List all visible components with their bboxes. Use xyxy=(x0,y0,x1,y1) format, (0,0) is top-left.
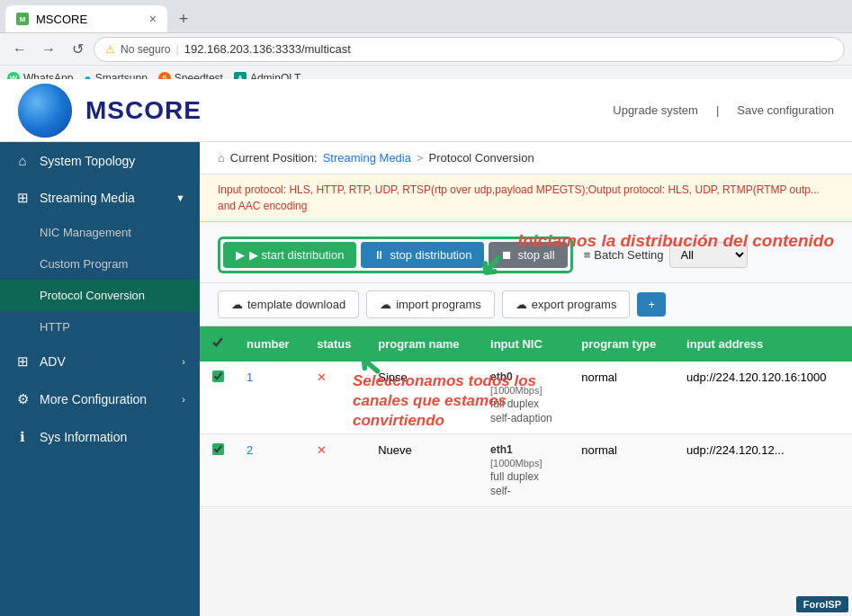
sidebar-sub-custom-program[interactable]: Custom Program xyxy=(0,248,200,280)
sidebar-item-adv[interactable]: ⊞ ADV › xyxy=(0,343,200,380)
sidebar-item-system-topology[interactable]: ⌂ System Topology xyxy=(0,142,200,179)
table-header-input-nic: input NIC xyxy=(480,326,570,362)
row2-input-address: udp://224.120.12... xyxy=(676,434,852,507)
table-header-status: status xyxy=(306,326,367,362)
row1-nic: eth0 [1000Mbps] full duplex self-adaptio… xyxy=(480,362,570,434)
url-text: 192.168.203.136:3333/multicast xyxy=(184,42,351,56)
forward-button[interactable]: → xyxy=(36,37,61,62)
protocol-info-text: Input protocol: HLS, HTTP, RTP, UDP, RTS… xyxy=(218,183,820,212)
app-logo xyxy=(18,84,72,138)
info-icon: ℹ xyxy=(14,429,31,445)
tab-title: MSCORE xyxy=(36,13,142,26)
template-download-button[interactable]: ☁ template download xyxy=(218,290,359,318)
gear-icon: ⚙ xyxy=(14,391,31,407)
breadcrumb-home-icon: ⌂ xyxy=(218,151,225,165)
address-bar[interactable]: ⚠ No seguro | 192.168.203.136:3333/multi… xyxy=(94,37,845,62)
address-separator: | xyxy=(175,42,178,56)
home-icon: ⌂ xyxy=(14,153,31,168)
batch-section: ≡ Batch Setting All None Reverse xyxy=(584,242,748,268)
table-row: 2 ✕ Nueve eth1 [1000Mbps] full duplex xyxy=(200,434,852,507)
active-tab[interactable]: M MSCORE × xyxy=(5,5,167,32)
breadcrumb-separator: > xyxy=(417,151,424,165)
play-icon: ▶ xyxy=(236,248,245,262)
row2-checkbox-cell xyxy=(200,434,236,507)
sidebar-sub-http-label: HTTP xyxy=(40,320,70,334)
page-content: ⌂ Current Position: Streaming Media > Pr… xyxy=(200,142,852,616)
app-header: MSCORE Upgrade system | Save configurati… xyxy=(0,79,852,142)
row2-checkbox[interactable] xyxy=(212,443,224,455)
row1-program-type: normal xyxy=(570,362,676,434)
import-programs-button[interactable]: ☁ import programs xyxy=(366,290,495,318)
batch-setting-label: ≡ Batch Setting xyxy=(584,248,664,262)
table-container: Seleccionamos todos loscanales que estam… xyxy=(200,326,852,507)
header-actions: Upgrade system | Save configuration xyxy=(613,103,834,117)
table-header-input-address: input address xyxy=(676,326,852,362)
back-button[interactable]: ← xyxy=(7,37,32,62)
table-header-program-name: program name xyxy=(367,326,480,362)
row1-program-name: Sipse xyxy=(367,362,480,434)
export-icon: ☁ xyxy=(516,298,527,311)
sidebar-item-more-config-label: More Configuration xyxy=(40,392,147,406)
row1-number-link[interactable]: 1 xyxy=(247,370,253,384)
sidebar-sub-protocol-label: Protocol Conversion xyxy=(40,289,145,302)
row2-nic: eth1 [1000Mbps] full duplex self- xyxy=(480,434,570,507)
adv-icon: ⊞ xyxy=(14,353,31,370)
sidebar-item-sys-info-label: Sys Information xyxy=(40,430,127,444)
plus-icon: + xyxy=(648,298,655,311)
reload-button[interactable]: ↺ xyxy=(65,37,90,62)
row2-number-link[interactable]: 2 xyxy=(247,443,253,457)
export-programs-button[interactable]: ☁ export programs xyxy=(502,290,631,318)
save-configuration-link[interactable]: Save configuration xyxy=(737,103,834,117)
sidebar-sub-nic-label: NIC Management xyxy=(40,226,131,239)
table-header-program-type: program type xyxy=(570,326,676,362)
breadcrumb: ⌂ Current Position: Streaming Media > Pr… xyxy=(200,142,852,174)
table-row: 1 ✕ Sipse eth0 [1000Mbps] full duplex xyxy=(200,362,852,434)
upgrade-system-link[interactable]: Upgrade system xyxy=(613,103,698,117)
chevron-right-icon-adv: › xyxy=(182,356,185,367)
header-divider: | xyxy=(716,103,719,117)
sidebar-item-streaming-media[interactable]: ⊞ Streaming Media ▼ xyxy=(0,179,200,217)
row2-number: 2 xyxy=(236,434,306,507)
batch-setting-select[interactable]: All None Reverse xyxy=(669,242,748,268)
toolbar2: ☁ template download ☁ import programs ☁ … xyxy=(200,283,852,326)
row1-checkbox-cell xyxy=(200,362,236,434)
stop-icon: ⏹ xyxy=(501,248,513,262)
download-icon: ☁ xyxy=(231,298,243,311)
row1-checkbox[interactable] xyxy=(212,370,224,382)
grid-icon: ⊞ xyxy=(14,190,31,206)
breadcrumb-streaming-link[interactable]: Streaming Media xyxy=(323,151,411,165)
table-header-checkbox xyxy=(200,326,236,362)
sidebar-sub-protocol-conversion[interactable]: Protocol Conversion xyxy=(0,280,200,311)
row2-program-name: Nueve xyxy=(367,434,480,507)
protocol-info: Input protocol: HLS, HTTP, RTP, UDP, RTS… xyxy=(200,174,852,222)
start-distribution-button[interactable]: ▶ ▶ start distribution xyxy=(223,242,356,268)
row1-input-address: udp://224.120.120.16:1000 xyxy=(676,362,852,434)
add-button[interactable]: + xyxy=(637,292,666,317)
select-all-checkbox[interactable] xyxy=(211,335,225,350)
tab-close-button[interactable]: × xyxy=(149,12,157,26)
row2-program-type: normal xyxy=(570,434,676,507)
sidebar-item-system-topology-label: System Topology xyxy=(40,154,135,168)
breadcrumb-label: Current Position: xyxy=(230,151,318,165)
sidebar-sub-custom-label: Custom Program xyxy=(40,257,128,271)
sidebar: ⌂ System Topology ⊞ Streaming Media ▼ NI… xyxy=(0,142,200,616)
breadcrumb-protocol-text: Protocol Conversion xyxy=(429,151,534,165)
sidebar-item-adv-label: ADV xyxy=(40,354,66,369)
sidebar-item-streaming-media-label: Streaming Media xyxy=(40,191,135,205)
sidebar-item-sys-info[interactable]: ℹ Sys Information xyxy=(0,418,200,456)
security-warning-text: No seguro xyxy=(121,43,170,56)
row2-status: ✕ xyxy=(306,434,367,507)
app-title: MSCORE xyxy=(85,96,202,125)
sidebar-item-more-config[interactable]: ⚙ More Configuration › xyxy=(0,380,200,418)
stop-all-button[interactable]: ⏹ stop all xyxy=(489,242,567,268)
sidebar-sub-http[interactable]: HTTP xyxy=(0,311,200,343)
toolbar: ▶ ▶ start distribution ⏸ stop distributi… xyxy=(200,228,852,283)
toolbar-highlight-box: ▶ ▶ start distribution ⏸ stop distributi… xyxy=(218,237,573,273)
new-tab-button[interactable]: + xyxy=(171,6,196,31)
row1-number: 1 xyxy=(236,362,306,434)
row1-status: ✕ xyxy=(306,362,367,434)
pause-icon: ⏸ xyxy=(373,248,385,262)
stop-distribution-button[interactable]: ⏸ stop distribution xyxy=(361,242,484,268)
list-icon: ≡ xyxy=(584,248,591,262)
sidebar-sub-nic-management[interactable]: NIC Management xyxy=(0,217,200,248)
